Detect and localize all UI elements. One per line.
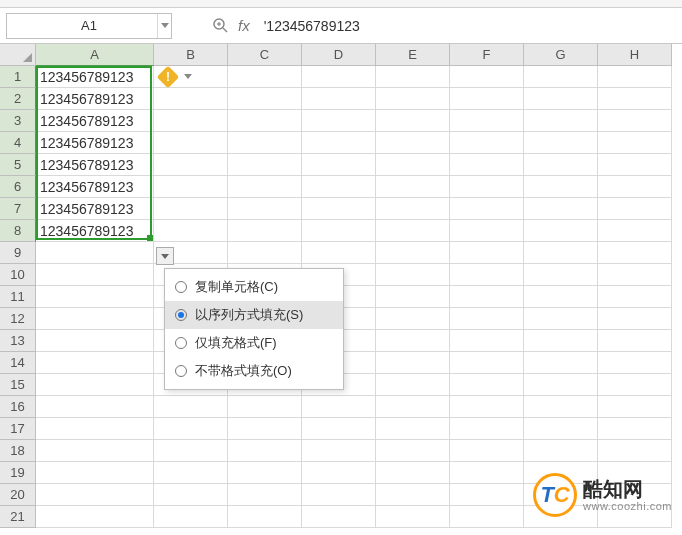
cell-H9[interactable] <box>598 242 672 264</box>
cell-C4[interactable] <box>228 132 302 154</box>
cell-C20[interactable] <box>228 484 302 506</box>
cell-D17[interactable] <box>302 418 376 440</box>
col-header-B[interactable]: B <box>154 44 228 66</box>
cell-F5[interactable] <box>450 154 524 176</box>
cell-H5[interactable] <box>598 154 672 176</box>
autofill-menu-item-0[interactable]: 复制单元格(C) <box>165 273 343 301</box>
cell-F15[interactable] <box>450 374 524 396</box>
cell-D16[interactable] <box>302 396 376 418</box>
cell-E18[interactable] <box>376 440 450 462</box>
cell-E5[interactable] <box>376 154 450 176</box>
cell-A9[interactable] <box>36 242 154 264</box>
autofill-menu-item-3[interactable]: 不带格式填充(O) <box>165 357 343 385</box>
cell-D6[interactable] <box>302 176 376 198</box>
cell-E13[interactable] <box>376 330 450 352</box>
cell-H14[interactable] <box>598 352 672 374</box>
cell-D20[interactable] <box>302 484 376 506</box>
autofill-menu-item-1[interactable]: 以序列方式填充(S) <box>165 301 343 329</box>
cell-F20[interactable] <box>450 484 524 506</box>
cell-E16[interactable] <box>376 396 450 418</box>
name-box-dropdown-icon[interactable] <box>157 14 171 38</box>
row-header-12[interactable]: 12 <box>0 308 36 330</box>
cell-G13[interactable] <box>524 330 598 352</box>
cell-B5[interactable] <box>154 154 228 176</box>
cell-H3[interactable] <box>598 110 672 132</box>
cell-H18[interactable] <box>598 440 672 462</box>
cell-A11[interactable] <box>36 286 154 308</box>
autofill-menu-item-2[interactable]: 仅填充格式(F) <box>165 329 343 357</box>
cell-B20[interactable] <box>154 484 228 506</box>
col-header-H[interactable]: H <box>598 44 672 66</box>
row-header-17[interactable]: 17 <box>0 418 36 440</box>
cell-F19[interactable] <box>450 462 524 484</box>
cell-A3[interactable]: 123456789123 <box>36 110 154 132</box>
cell-B7[interactable] <box>154 198 228 220</box>
col-header-F[interactable]: F <box>450 44 524 66</box>
cell-E2[interactable] <box>376 88 450 110</box>
cell-A1[interactable]: 123456789123 <box>36 66 154 88</box>
col-header-G[interactable]: G <box>524 44 598 66</box>
cell-C6[interactable] <box>228 176 302 198</box>
cell-A20[interactable] <box>36 484 154 506</box>
cell-E3[interactable] <box>376 110 450 132</box>
row-header-21[interactable]: 21 <box>0 506 36 528</box>
cell-C16[interactable] <box>228 396 302 418</box>
cell-A16[interactable] <box>36 396 154 418</box>
cell-A19[interactable] <box>36 462 154 484</box>
cell-H15[interactable] <box>598 374 672 396</box>
cell-E17[interactable] <box>376 418 450 440</box>
cell-D7[interactable] <box>302 198 376 220</box>
cell-E20[interactable] <box>376 484 450 506</box>
row-header-4[interactable]: 4 <box>0 132 36 154</box>
cell-A4[interactable]: 123456789123 <box>36 132 154 154</box>
cell-G6[interactable] <box>524 176 598 198</box>
formula-input[interactable] <box>258 13 676 39</box>
cell-F12[interactable] <box>450 308 524 330</box>
cell-B6[interactable] <box>154 176 228 198</box>
name-box[interactable]: A1 <box>6 13 172 39</box>
cell-C18[interactable] <box>228 440 302 462</box>
cell-E15[interactable] <box>376 374 450 396</box>
cell-E7[interactable] <box>376 198 450 220</box>
cell-D19[interactable] <box>302 462 376 484</box>
row-header-7[interactable]: 7 <box>0 198 36 220</box>
cell-F21[interactable] <box>450 506 524 528</box>
cell-F6[interactable] <box>450 176 524 198</box>
col-header-D[interactable]: D <box>302 44 376 66</box>
cell-H1[interactable] <box>598 66 672 88</box>
cell-G7[interactable] <box>524 198 598 220</box>
cell-F3[interactable] <box>450 110 524 132</box>
cell-H12[interactable] <box>598 308 672 330</box>
cell-E9[interactable] <box>376 242 450 264</box>
cell-A13[interactable] <box>36 330 154 352</box>
cell-A18[interactable] <box>36 440 154 462</box>
cell-B21[interactable] <box>154 506 228 528</box>
cell-E8[interactable] <box>376 220 450 242</box>
cell-G4[interactable] <box>524 132 598 154</box>
cell-B3[interactable] <box>154 110 228 132</box>
cell-F7[interactable] <box>450 198 524 220</box>
cell-C2[interactable] <box>228 88 302 110</box>
cell-G12[interactable] <box>524 308 598 330</box>
row-header-9[interactable]: 9 <box>0 242 36 264</box>
cell-D2[interactable] <box>302 88 376 110</box>
cell-G10[interactable] <box>524 264 598 286</box>
cell-C19[interactable] <box>228 462 302 484</box>
cell-A14[interactable] <box>36 352 154 374</box>
cell-D18[interactable] <box>302 440 376 462</box>
cell-G1[interactable] <box>524 66 598 88</box>
cell-C7[interactable] <box>228 198 302 220</box>
trace-icon[interactable] <box>212 17 230 35</box>
cell-G18[interactable] <box>524 440 598 462</box>
error-indicator-dropdown-icon[interactable] <box>184 74 192 79</box>
cell-F18[interactable] <box>450 440 524 462</box>
cell-E21[interactable] <box>376 506 450 528</box>
row-header-18[interactable]: 18 <box>0 440 36 462</box>
row-header-3[interactable]: 3 <box>0 110 36 132</box>
cell-G3[interactable] <box>524 110 598 132</box>
row-header-5[interactable]: 5 <box>0 154 36 176</box>
row-header-20[interactable]: 20 <box>0 484 36 506</box>
cell-H10[interactable] <box>598 264 672 286</box>
row-header-8[interactable]: 8 <box>0 220 36 242</box>
cell-G11[interactable] <box>524 286 598 308</box>
